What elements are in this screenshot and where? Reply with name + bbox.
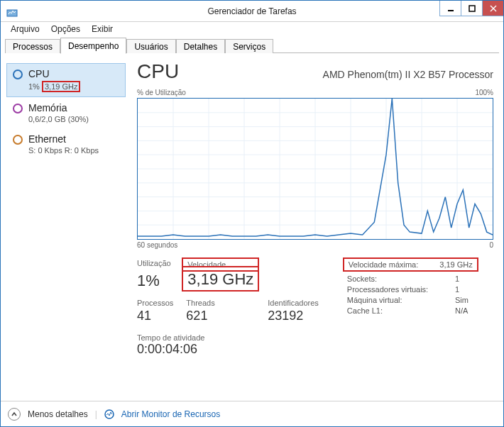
menu-file[interactable]: Arquivo <box>5 23 45 35</box>
tab-services[interactable]: Serviços <box>225 39 273 53</box>
sidebar-cpu-util: 1% <box>28 82 42 91</box>
resource-monitor-icon <box>104 409 114 419</box>
menubar: Arquivo Opções Exibir <box>1 22 503 36</box>
memory-icon <box>13 104 23 113</box>
sidebar-item-ethernet[interactable]: Ethernet S: 0 Kbps R: 0 Kbps <box>6 128 126 160</box>
chart-x-right: 0 <box>489 241 493 249</box>
ethernet-icon <box>13 135 23 145</box>
value-uptime: 0:00:04:06 <box>137 342 493 357</box>
value-threads: 621 <box>186 309 255 323</box>
value-vprocs: 1 <box>455 285 474 294</box>
label-utilization: Utilização <box>137 259 173 270</box>
sidebar-item-cpu[interactable]: CPU 1% 3,19 GHz <box>6 63 126 97</box>
value-sockets: 1 <box>455 274 474 283</box>
sidebar-item-memory[interactable]: Memória 0,6/2,0 GB (30%) <box>6 97 126 128</box>
window-buttons <box>439 1 503 16</box>
footer: Menos detalhes | Abrir Monitor de Recurs… <box>1 401 503 426</box>
label-max-speed: Velocidade máxima: <box>349 260 418 269</box>
collapse-icon[interactable] <box>8 408 21 421</box>
less-details-button[interactable]: Menos detalhes <box>28 409 88 419</box>
svg-point-23 <box>105 410 114 418</box>
value-processes: 41 <box>137 309 173 323</box>
value-l1cache: N/A <box>455 306 474 315</box>
annotation-maxspeed-box: Velocidade máxima: 3,19 GHz <box>343 257 478 272</box>
metrics-left: Utilização Velocidade 1% 3,19 GHz Proces… <box>137 259 319 323</box>
sidebar-item-label: Memória <box>28 102 89 113</box>
svg-rect-0 <box>7 10 17 16</box>
chart-y-label: % de Utilização <box>137 89 186 96</box>
task-manager-window: Gerenciador de Tarefas Arquivo Opções Ex… <box>0 0 504 427</box>
app-icon <box>6 6 18 17</box>
open-resource-monitor-link[interactable]: Abrir Monitor de Recursos <box>121 409 220 419</box>
annotation-speed-box-value: 3,19 GHz <box>186 270 255 290</box>
main-panel: CPU AMD Phenom(tm) II X2 B57 Processor %… <box>126 59 498 401</box>
window-title: Gerenciador de Tarefas <box>1 6 503 16</box>
svg-rect-2 <box>469 6 475 11</box>
label-processes: Processos <box>137 299 173 307</box>
tabbar: Processos Desempenho Usuários Detalhes S… <box>1 36 503 53</box>
close-button[interactable] <box>482 1 503 16</box>
tab-processes[interactable]: Processos <box>5 39 60 53</box>
sidebar-item-label: CPU <box>28 68 80 79</box>
titlebar[interactable]: Gerenciador de Tarefas <box>1 1 503 22</box>
chart-x-left: 60 segundos <box>137 241 177 249</box>
separator: | <box>95 409 97 419</box>
chart-y-max: 100% <box>475 89 493 96</box>
cpu-icon <box>13 70 23 79</box>
value-vm: Sim <box>455 296 474 304</box>
sidebar-item-sub: S: 0 Kbps R: 0 Kbps <box>28 146 99 155</box>
menu-view[interactable]: Exibir <box>86 23 119 35</box>
value-utilization: 1% <box>137 272 173 290</box>
label-uptime: Tempo de atividade <box>137 333 493 342</box>
label-l1cache: Cache L1: <box>347 306 434 315</box>
cpu-utilization-chart <box>137 98 493 240</box>
value-speed: 3,19 GHz <box>187 270 253 289</box>
content: CPU 1% 3,19 GHz Memória 0,6/2,0 GB (30%)… <box>1 53 503 401</box>
value-handles: 23192 <box>268 309 319 323</box>
label-sockets: Sockets: <box>347 274 434 283</box>
cpu-name: AMD Phenom(tm) II X2 B57 Processor <box>323 69 493 80</box>
label-threads: Threads <box>186 299 255 307</box>
label-handles: Identificadores <box>268 299 319 307</box>
tab-details[interactable]: Detalhes <box>176 39 225 53</box>
minimize-button[interactable] <box>439 1 461 16</box>
tab-users[interactable]: Usuários <box>126 39 175 53</box>
maximize-button[interactable] <box>461 1 482 16</box>
annotation-speed-highlight: 3,19 GHz <box>42 81 80 92</box>
sidebar: CPU 1% 3,19 GHz Memória 0,6/2,0 GB (30%)… <box>6 59 126 401</box>
sidebar-item-sub: 1% 3,19 GHz <box>28 81 80 92</box>
label-vprocs: Processadores virtuais: <box>347 285 434 294</box>
sidebar-item-sub: 0,6/2,0 GB (30%) <box>28 115 89 123</box>
page-title: CPU <box>137 60 179 83</box>
sidebar-item-label: Ethernet <box>28 133 99 145</box>
label-vm: Máquina virtual: <box>347 296 434 304</box>
menu-options[interactable]: Opções <box>45 23 86 35</box>
metrics-right: Velocidade máxima: 3,19 GHz Sockets: 1 P… <box>347 259 474 323</box>
value-max-speed: 3,19 GHz <box>439 260 472 269</box>
tab-performance[interactable]: Desempenho <box>60 38 126 54</box>
